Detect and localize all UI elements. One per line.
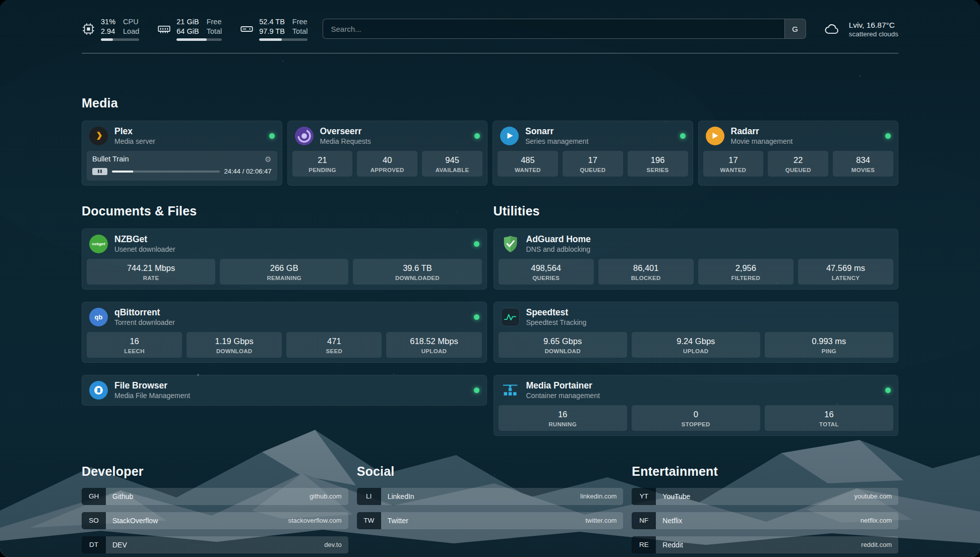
stat-tile: 196 SERIES — [628, 151, 688, 176]
service-card-header: File Browser Media File Management — [82, 375, 486, 405]
stat-label: REMAINING — [222, 275, 346, 281]
stat-tile: 485 WANTED — [498, 151, 558, 176]
bookmark-body: Twitter twitter.com — [381, 512, 624, 529]
service-card-header: Radarr Movie management — [699, 121, 898, 151]
gear-icon[interactable]: ⚙ — [265, 155, 271, 163]
stat-value: 485 — [500, 155, 556, 165]
bookmark-name: YouTube — [662, 492, 690, 500]
stat-tile: 0 STOPPED — [632, 405, 760, 430]
bookmark-link[interactable]: GH Github github.com — [82, 488, 348, 505]
service-name: Overseerr — [320, 126, 371, 137]
bookmark-body: Reddit reddit.com — [656, 536, 898, 553]
resource-label-secondary: Total — [292, 27, 308, 36]
stat-label: PENDING — [294, 167, 351, 173]
service-name: Radarr — [731, 126, 793, 137]
documents-cards: nzbget NZBGet Usenet downloader 744.21 M… — [82, 229, 487, 406]
service-stats: 485 WANTED 17 QUEUED 196 SERIES — [493, 151, 693, 181]
bookmark-list: LI LinkedIn linkedin.com TW Twitter twit… — [357, 488, 624, 529]
stat-label: QUEUED — [770, 167, 826, 173]
bookmark-domain: dev.to — [324, 541, 341, 548]
bookmark-name: DEV — [112, 541, 127, 549]
bookmark-link[interactable]: NF Netflix netflix.com — [632, 512, 898, 529]
resource-progress-track — [259, 38, 308, 41]
search-provider-button[interactable]: G — [784, 19, 806, 38]
stat-label: UPLOAD — [388, 348, 479, 354]
stat-value: 9.65 Gbps — [501, 336, 625, 347]
service-card[interactable]: Sonarr Series management 485 WANTED 17 Q… — [493, 121, 693, 186]
pause-icon[interactable] — [92, 168, 107, 175]
bookmark-link[interactable]: YT YouTube youtube.com — [632, 488, 898, 505]
dashboard-content: 31% CPU 2.94 Load 21 GiB Free 64 GiB Tot… — [0, 0, 980, 557]
bookmark-abbr: TW — [357, 512, 381, 529]
resource-progress-fill — [101, 38, 113, 41]
bookmark-link[interactable]: LI LinkedIn linkedin.com — [357, 488, 624, 505]
resource-value-secondary: 97.9 TB — [259, 27, 285, 36]
service-name: File Browser — [114, 380, 190, 392]
weather-widget: Lviv, 16.87°C scattered clouds — [821, 20, 898, 38]
bookmark-abbr: YT — [632, 488, 656, 505]
stat-tile: 744.21 Mbps RATE — [87, 259, 215, 284]
service-card[interactable]: Overseerr Media Requests 21 PENDING 40 A… — [287, 121, 488, 186]
stat-label: DOWNLOAD — [189, 348, 280, 354]
service-text: Plex Media server — [114, 126, 155, 146]
service-description: Usenet downloader — [114, 245, 175, 254]
service-card[interactable]: AdGuard Home DNS and adblocking 498,564 … — [494, 229, 899, 290]
resource-body: 21 GiB Free 64 GiB Total — [176, 17, 222, 41]
weather-location: Lviv, 16.87°C — [849, 20, 898, 30]
filebrowser-icon — [89, 381, 108, 400]
bookmark-group-title: Social — [357, 464, 624, 479]
resource-widget: 52.4 TB Free 97.9 TB Total — [240, 17, 308, 41]
stat-tile: 266 GB REMAINING — [220, 259, 348, 284]
bookmark-abbr: RE — [632, 536, 656, 553]
service-text: AdGuard Home DNS and adblocking — [526, 234, 591, 254]
resource-value: 52.4 TB — [259, 17, 285, 27]
service-card[interactable]: qb qBittorrent Torrent downloader 16 LEE… — [82, 302, 487, 363]
stat-label: AVAILABLE — [424, 167, 480, 173]
bookmark-link[interactable]: RE Reddit reddit.com — [632, 536, 898, 553]
service-stats: 21 PENDING 40 APPROVED 945 AVAILABLE — [288, 151, 487, 181]
stat-label: RUNNING — [501, 421, 625, 427]
service-card[interactable]: Speedtest Speedtest Tracking 9.65 Gbps D… — [494, 302, 899, 363]
service-card[interactable]: Media Portainer Container management 16 … — [494, 375, 899, 436]
stat-value: 47.569 ms — [800, 263, 891, 273]
section-title-utilities: Utilities — [494, 204, 899, 218]
stat-value: 22 — [770, 155, 826, 165]
resource-label-secondary: Total — [207, 27, 222, 36]
service-stats: 498,564 QUERIES 86,401 BLOCKED 2,956 FIL… — [494, 259, 898, 289]
stat-tile: 17 WANTED — [703, 151, 764, 176]
bookmark-abbr: NF — [632, 512, 656, 529]
bookmark-link[interactable]: DT DEV dev.to — [82, 536, 348, 553]
weather-text: Lviv, 16.87°C scattered clouds — [849, 20, 898, 38]
stat-value: 0.993 ms — [767, 336, 891, 347]
now-playing-title: Bullet Train — [92, 155, 129, 163]
service-card[interactable]: Radarr Movie management 17 WANTED 22 QUE… — [698, 121, 899, 186]
bookmark-list: YT YouTube youtube.com NF Netflix netfli… — [632, 488, 898, 553]
plex-icon — [89, 127, 108, 145]
service-card[interactable]: Plex Media server Bullet Train ⚙ 24:44 /… — [82, 121, 282, 186]
search-input[interactable] — [323, 19, 784, 38]
topbar: 31% CPU 2.94 Load 21 GiB Free 64 GiB Tot… — [82, 17, 898, 41]
service-description: Speedtest Tracking — [526, 318, 587, 327]
stat-label: BLOCKED — [600, 275, 692, 281]
resource-readout: 31% CPU 2.94 Load — [101, 17, 139, 36]
bookmark-link[interactable]: SO StackOverflow stackoverflow.com — [82, 512, 348, 529]
stat-tile: 16 RUNNING — [499, 405, 627, 430]
section-documents-files: Documents & Files nzbget NZBGet Usenet d… — [82, 204, 487, 435]
service-card[interactable]: File Browser Media File Management — [82, 375, 487, 406]
bookmark-name: LinkedIn — [388, 492, 414, 500]
stat-label: SEED — [288, 348, 380, 354]
service-card[interactable]: nzbget NZBGet Usenet downloader 744.21 M… — [82, 229, 487, 290]
service-name: Plex — [114, 126, 155, 137]
stat-value: 0 — [634, 409, 758, 420]
radarr-icon — [706, 127, 724, 145]
stat-value: 17 — [705, 155, 762, 165]
resource-widget: 21 GiB Free 64 GiB Total — [157, 17, 222, 41]
playback-progress-fill — [112, 171, 133, 173]
stat-label: WANTED — [500, 167, 556, 173]
service-card-header: AdGuard Home DNS and adblocking — [494, 229, 898, 259]
service-text: Sonarr Series management — [525, 126, 588, 146]
service-name: qBittorrent — [114, 307, 175, 318]
bookmark-link[interactable]: TW Twitter twitter.com — [357, 512, 624, 529]
stat-label: DOWNLOADED — [355, 275, 479, 281]
status-indicator — [474, 133, 480, 139]
